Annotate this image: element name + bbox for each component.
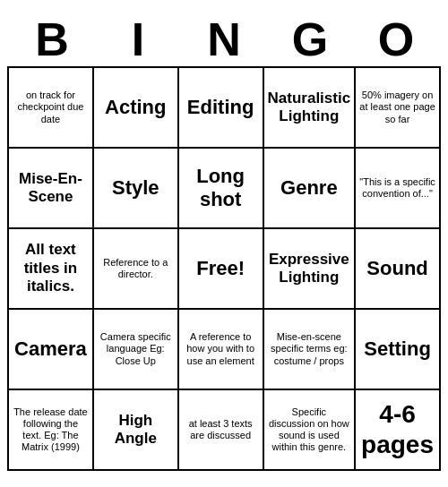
cell-text-3: Naturalistic Lighting <box>268 90 351 126</box>
cell-text-0: on track for checkpoint due date <box>13 90 89 125</box>
cell-text-10: All text titles in italics. <box>13 241 89 295</box>
bingo-cell-14: Sound <box>356 229 441 310</box>
bingo-cell-1: Acting <box>94 68 179 149</box>
cell-text-7: Long shot <box>183 165 259 212</box>
cell-text-18: Mise-en-scene specific terms eg: costume… <box>268 331 351 367</box>
bingo-cell-21: High Angle <box>94 390 179 471</box>
bingo-cell-13: Expressive Lighting <box>264 229 357 310</box>
bingo-cell-20: The release date following the text. Eg:… <box>9 390 94 471</box>
cell-text-21: High Angle <box>98 412 174 449</box>
cell-text-9: "This is a specific convention of..." <box>359 176 435 200</box>
bingo-letter-g: G <box>270 16 350 63</box>
bingo-cell-5: Mise-En-Scene <box>9 149 94 229</box>
cell-text-12: Free! <box>196 257 245 280</box>
bingo-grid: on track for checkpoint due dateActingEd… <box>7 66 441 471</box>
bingo-cell-11: Reference to a director. <box>94 229 179 310</box>
bingo-header: BINGO <box>0 9 448 66</box>
cell-text-16: Camera specific language Eg: Close Up <box>98 331 174 367</box>
bingo-cell-6: Style <box>94 149 179 229</box>
cell-text-15: Camera <box>14 337 87 361</box>
bingo-cell-10: All text titles in italics. <box>9 229 94 310</box>
bingo-cell-7: Long shot <box>179 149 264 229</box>
bingo-letter-n: N <box>184 16 264 63</box>
bingo-cell-17: A reference to how you with to use an el… <box>179 310 264 390</box>
cell-text-11: Reference to a director. <box>98 257 174 280</box>
cell-text-1: Acting <box>105 96 166 119</box>
bingo-cell-18: Mise-en-scene specific terms eg: costume… <box>264 310 357 390</box>
bingo-cell-12: Free! <box>179 229 264 310</box>
bingo-cell-9: "This is a specific convention of..." <box>356 149 441 229</box>
cell-text-24: 4-6 pages <box>359 399 435 459</box>
cell-text-19: Setting <box>364 337 431 361</box>
bingo-cell-8: Genre <box>264 149 357 229</box>
bingo-cell-15: Camera <box>9 310 94 390</box>
bingo-cell-2: Editing <box>179 68 264 149</box>
cell-text-2: Editing <box>187 96 254 119</box>
bingo-cell-22: at least 3 texts are discussed <box>179 390 264 471</box>
bingo-letter-i: I <box>98 16 178 63</box>
cell-text-20: The release date following the text. Eg:… <box>13 406 89 454</box>
cell-text-22: at least 3 texts are discussed <box>183 418 259 441</box>
cell-text-13: Expressive Lighting <box>268 251 351 287</box>
bingo-cell-19: Setting <box>356 310 441 390</box>
bingo-cell-4: 50% imagery on at least one page so far <box>356 68 441 149</box>
bingo-letter-b: B <box>12 16 92 63</box>
bingo-card: BINGO on track for checkpoint due dateAc… <box>0 9 448 478</box>
bingo-cell-0: on track for checkpoint due date <box>9 68 94 149</box>
cell-text-6: Style <box>112 176 159 200</box>
cell-text-14: Sound <box>366 257 427 280</box>
cell-text-4: 50% imagery on at least one page so far <box>359 90 435 125</box>
cell-text-8: Genre <box>280 176 338 200</box>
bingo-cell-23: Specific discussion on how sound is used… <box>264 390 357 471</box>
cell-text-23: Specific discussion on how sound is used… <box>268 406 351 454</box>
bingo-cell-24: 4-6 pages <box>356 390 441 471</box>
cell-text-5: Mise-En-Scene <box>13 170 89 207</box>
bingo-cell-16: Camera specific language Eg: Close Up <box>94 310 179 390</box>
cell-text-17: A reference to how you with to use an el… <box>183 331 259 367</box>
bingo-cell-3: Naturalistic Lighting <box>264 68 357 149</box>
bingo-letter-o: O <box>356 16 436 63</box>
